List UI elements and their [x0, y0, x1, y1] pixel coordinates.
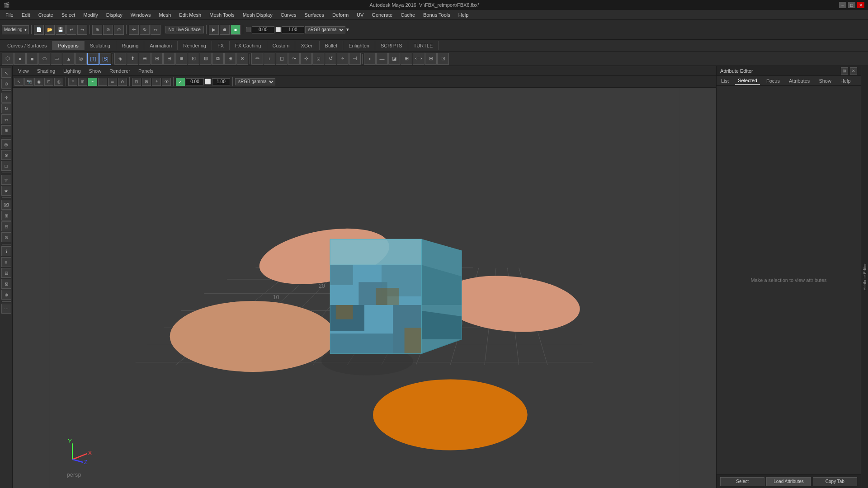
move-tool-button[interactable]: ✛	[129, 25, 139, 35]
lasso-select-button[interactable]: ⊗	[103, 25, 113, 35]
vp-menu-shading[interactable]: Shading	[33, 67, 59, 75]
menu-edit[interactable]: Edit	[18, 11, 34, 19]
value-field-2[interactable]: 1.00	[282, 26, 304, 33]
menu-uv[interactable]: UV	[353, 11, 367, 19]
right-edge-panel[interactable]: Attribute Editor	[861, 66, 868, 488]
scene-canvas[interactable]: 10 20 30 10 20 30	[13, 88, 716, 488]
menu-deform[interactable]: Deform	[329, 11, 352, 19]
marquee-button[interactable]: □	[1, 161, 11, 171]
menu-cache[interactable]: Cache	[397, 11, 419, 19]
channel-box-button[interactable]: ≡	[1, 257, 11, 267]
shelf-connect-icon[interactable]: ⌖	[337, 53, 349, 65]
shelf-smooth-icon[interactable]: ≋	[175, 53, 187, 65]
menu-curves[interactable]: Curves	[277, 11, 300, 19]
rotate-tool-button[interactable]: ↻	[140, 25, 150, 35]
ipr-button[interactable]: ⏺	[220, 25, 230, 35]
shelf-fill-hole-icon[interactable]: ⊟	[163, 53, 175, 65]
menu-select[interactable]: Select	[58, 11, 79, 19]
show-manips-button[interactable]: ☆	[1, 175, 11, 185]
menu-create[interactable]: Create	[35, 11, 57, 19]
shelf-bridge-icon[interactable]: ⊞	[151, 53, 163, 65]
shelf-merge-icon[interactable]: ⊕	[139, 53, 151, 65]
shelf-mirror-icon[interactable]: ⊟	[425, 53, 437, 65]
shelf-combine-icon[interactable]: ⊠	[200, 53, 212, 65]
shelf-append-icon[interactable]: +	[264, 53, 275, 65]
tab-bullet[interactable]: Bullet	[320, 41, 344, 50]
tab-xgen[interactable]: XGen	[295, 41, 319, 50]
shelf-spin-icon[interactable]: ↺	[325, 53, 336, 65]
tab-fx-caching[interactable]: FX Caching	[230, 41, 267, 50]
tab-custom[interactable]: Custom	[267, 41, 296, 50]
rotate-lt-button[interactable]: ↻	[1, 103, 11, 113]
vp-snap-point-btn[interactable]: ·	[98, 78, 107, 86]
tab-fx[interactable]: FX	[212, 41, 230, 50]
tab-turtle[interactable]: TURTLE	[408, 41, 439, 50]
lasso-lt-button[interactable]: ⊗	[1, 150, 11, 160]
tab-rendering[interactable]: Rendering	[178, 41, 212, 50]
render-button[interactable]: ▶	[209, 25, 219, 35]
shelf-edge-icon[interactable]: —	[376, 53, 388, 65]
vp-menu-lighting[interactable]: Lighting	[60, 67, 85, 75]
shelf-uv-icon[interactable]: ⊞	[401, 53, 412, 65]
ae-tab-attributes[interactable]: Attributes	[786, 77, 812, 84]
menu-help[interactable]: Help	[455, 11, 472, 19]
shelf-text-icon[interactable]: [T]	[87, 53, 99, 65]
tab-rigging[interactable]: Rigging	[116, 41, 144, 50]
maximize-button[interactable]: □	[848, 2, 855, 8]
minimize-button[interactable]: −	[839, 2, 846, 8]
ae-tab-selected[interactable]: Selected	[735, 77, 760, 85]
vp-attr-btn[interactable]: ⊠	[142, 78, 151, 86]
shelf-face-icon[interactable]: ◪	[388, 53, 400, 65]
tab-animation[interactable]: Animation	[144, 41, 178, 50]
select-tool-button[interactable]: ⊕	[92, 25, 102, 35]
vp-select-btn[interactable]: ↖	[14, 78, 24, 86]
move-lt-button[interactable]: ✛	[1, 93, 11, 103]
shelf-boolean-icon[interactable]: ⊗	[236, 53, 248, 65]
vp-resolution-btn[interactable]: ⊟	[132, 78, 141, 86]
vp-gamma-dropdown[interactable]: sRGB gamma	[235, 78, 275, 85]
textured-cube[interactable]	[330, 239, 462, 353]
vp-menu-show[interactable]: Show	[85, 67, 105, 75]
shelf-create-poly-icon[interactable]: ◻	[276, 53, 288, 65]
shelf-select-icon[interactable]: ⬡	[2, 53, 14, 65]
shelf-svg-icon[interactable]: [S]	[99, 53, 111, 65]
menu-mesh-display[interactable]: Mesh Display	[239, 11, 276, 19]
value-field-1[interactable]: 0.00	[252, 26, 274, 33]
ae-tab-focus[interactable]: Focus	[764, 77, 783, 84]
tab-curves-surfaces[interactable]: Curves / Surfaces	[2, 41, 52, 50]
workspace-dropdown[interactable]: Modeling ▾	[2, 25, 29, 34]
menu-mesh-tools[interactable]: Mesh Tools	[206, 11, 238, 19]
ae-tab-list[interactable]: List	[718, 77, 731, 84]
shelf-sym-icon[interactable]: ⟺	[413, 53, 425, 65]
save-scene-button[interactable]: 💾	[56, 25, 66, 35]
shelf-draw-icon[interactable]: ✏	[251, 53, 263, 65]
ae-tab-show[interactable]: Show	[816, 77, 834, 84]
vp-grid-btn[interactable]: #	[68, 78, 77, 86]
menu-generate[interactable]: Generate	[368, 11, 396, 19]
select-mode-button[interactable]: ↖	[1, 68, 11, 78]
menu-file[interactable]: File	[2, 11, 17, 19]
no-live-surface-badge[interactable]: No Live Surface	[165, 26, 204, 33]
orbit-button[interactable]: ⊙	[1, 232, 11, 242]
shelf-cylinder-icon[interactable]: ⬭	[38, 53, 50, 65]
more-tools-button[interactable]: ⋯	[1, 304, 11, 314]
menu-edit-mesh[interactable]: Edit Mesh	[175, 11, 205, 19]
shelf-crease-icon[interactable]: 〜	[288, 53, 300, 65]
track-button[interactable]: ⌧	[1, 200, 11, 210]
gamma-select[interactable]: sRGB gamma	[305, 26, 345, 33]
zoom-button[interactable]: ⊟	[1, 221, 11, 231]
info-button[interactable]: ℹ	[1, 246, 11, 256]
menu-modify[interactable]: Modify	[80, 11, 101, 19]
layer-editor-button[interactable]: ⊟	[1, 268, 11, 278]
vp-active-btn[interactable]: ✓	[176, 78, 185, 86]
ae-undock-button[interactable]: ⊞	[841, 67, 848, 75]
universal-manip-button[interactable]: ⊕	[1, 125, 11, 135]
vp-shading-btn[interactable]: ◉	[34, 78, 43, 86]
redo-button[interactable]: ↪	[77, 25, 87, 35]
vp-wireframe-btn[interactable]: ⊡	[44, 78, 53, 86]
menu-mesh[interactable]: Mesh	[155, 11, 175, 19]
tab-scripts[interactable]: SCRIPTS	[375, 41, 408, 50]
vp-menu-renderer[interactable]: Renderer	[106, 67, 134, 75]
shelf-sphere-icon[interactable]: ●	[14, 53, 26, 65]
shelf-cube-icon[interactable]: ■	[26, 53, 38, 65]
